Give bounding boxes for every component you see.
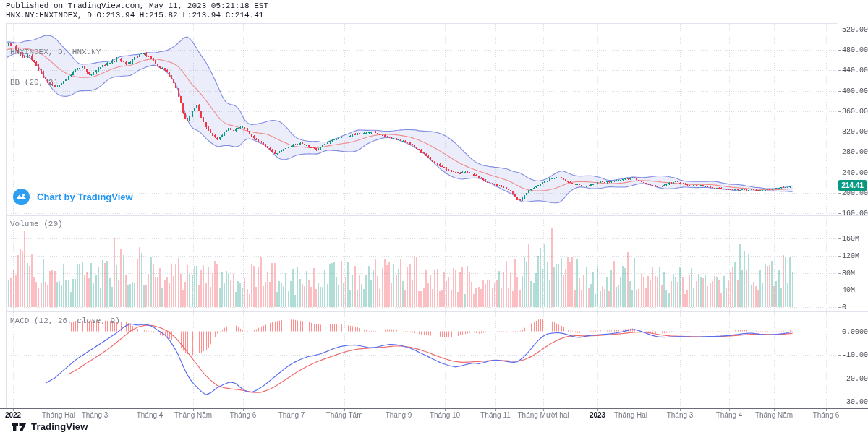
tradingview-watermark[interactable]: Chart by TradingView — [13, 189, 133, 205]
chart-canvas[interactable] — [0, 0, 868, 435]
publish-header: Published on TradingView.com, May 11, 20… — [6, 1, 268, 20]
tradingview-logo-icon — [12, 422, 27, 432]
footer-brand-label: TradingView — [31, 421, 88, 432]
tradingview-cloud-icon — [13, 189, 30, 205]
bottom-time-scale[interactable] — [6, 408, 838, 421]
publish-line: Published on TradingView.com, May 11, 20… — [6, 1, 268, 11]
right-price-scale[interactable] — [838, 23, 868, 408]
watermark-label[interactable]: Chart by TradingView — [37, 191, 133, 202]
footer-logo[interactable]: TradingView — [12, 421, 88, 432]
symbol-ohlc-line: HNX.NY:HNXINDEX, D O:213.94 H:215.82 L:2… — [6, 11, 268, 20]
last-price-badge: 214.41 — [838, 180, 867, 191]
